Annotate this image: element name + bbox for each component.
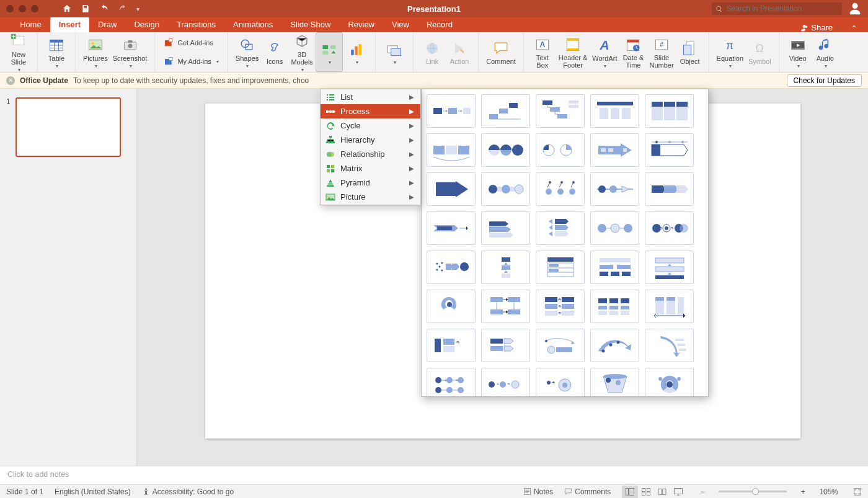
tab-record[interactable]: Record — [418, 17, 461, 32]
smartart-menu-pyramid[interactable]: Pyramid ▶ — [321, 176, 420, 190]
share-button[interactable]: Share ▾ — [796, 23, 843, 32]
tab-view[interactable]: View — [383, 17, 418, 32]
smartart-layout-tile[interactable] — [645, 329, 694, 362]
equation-button[interactable]: π Equation ▾ — [714, 32, 746, 72]
tab-animations[interactable]: Animations — [224, 17, 281, 32]
smartart-layout-tile[interactable] — [481, 251, 530, 284]
smartart-layout-tile[interactable] — [427, 329, 476, 362]
smartart-layout-tile[interactable] — [427, 251, 476, 284]
smartart-layout-tile[interactable] — [481, 329, 530, 362]
smartart-menu-process[interactable]: Process ▶ — [321, 104, 420, 118]
audio-button[interactable]: Audio ▾ — [812, 32, 839, 72]
tab-transitions[interactable]: Transitions — [168, 17, 224, 32]
smartart-layout-tile[interactable] — [481, 94, 530, 128]
slide-sorter-view-button[interactable] — [638, 486, 654, 498]
header-footer-button[interactable]: Header & Footer — [556, 32, 590, 72]
smartart-layout-tile[interactable] — [481, 211, 530, 245]
close-update-bar-icon[interactable]: ✕ — [6, 76, 15, 85]
smartart-layout-tile[interactable] — [645, 290, 694, 323]
pictures-button[interactable]: Pictures ▾ — [81, 32, 110, 72]
smartart-layout-tile[interactable] — [536, 94, 585, 128]
new-slide-button[interactable]: New Slide ▾ — [5, 32, 32, 72]
collapse-ribbon-icon[interactable]: ⌃ — [851, 24, 857, 32]
fit-to-window-icon[interactable] — [853, 487, 862, 496]
wordart-button[interactable]: A WordArt ▾ — [590, 32, 619, 72]
minimize-window-button[interactable] — [19, 5, 26, 12]
comments-toggle-button[interactable]: Comments — [564, 487, 611, 496]
tab-draw[interactable]: Draw — [89, 17, 125, 32]
tab-review[interactable]: Review — [339, 17, 383, 32]
smartart-layout-tile[interactable]: += — [481, 368, 530, 396]
zoom-window-button[interactable] — [31, 5, 38, 12]
smartart-menu-matrix[interactable]: Matrix ▶ — [321, 161, 420, 176]
notes-toggle-button[interactable]: Notes — [523, 487, 553, 496]
smartart-menu-picture[interactable]: Picture ▶ — [321, 190, 420, 204]
notes-pane[interactable]: Click to add notes — [0, 466, 868, 484]
smartart-layout-tile[interactable] — [645, 251, 694, 284]
object-button[interactable]: Object — [676, 32, 704, 72]
tab-home[interactable]: Home — [11, 17, 50, 32]
zoom-out-button[interactable]: − — [698, 487, 707, 496]
my-addins-button[interactable]: My Add-ins ▾ — [160, 53, 222, 69]
close-window-button[interactable] — [6, 5, 14, 12]
smartart-layout-tile[interactable] — [536, 368, 585, 396]
smartart-layout-tile[interactable] — [645, 368, 694, 396]
datetime-button[interactable]: Date & Time — [619, 32, 647, 72]
smartart-layout-tile[interactable] — [590, 172, 639, 206]
smartart-layout-tile[interactable] — [590, 133, 639, 167]
smartart-layout-tile[interactable] — [536, 133, 585, 167]
zoom-slider[interactable] — [719, 491, 787, 492]
smartart-gallery-scroll[interactable]: +=+= — [422, 89, 708, 396]
search-box[interactable] — [712, 2, 842, 15]
save-icon[interactable] — [81, 4, 91, 14]
smartart-layout-tile[interactable] — [645, 211, 694, 245]
zoom-button[interactable]: ▾ — [381, 32, 408, 72]
smartart-layout-tile[interactable] — [645, 133, 694, 167]
slideshow-view-button[interactable] — [670, 486, 686, 498]
screenshot-button[interactable]: Screenshot ▾ — [110, 32, 150, 72]
smartart-layout-tile[interactable] — [590, 329, 639, 362]
smartart-layout-tile[interactable] — [536, 172, 585, 206]
icons-button[interactable]: Icons — [261, 32, 288, 72]
table-button[interactable]: Table ▾ — [43, 32, 70, 72]
smartart-menu-list[interactable]: List ▶ — [321, 90, 420, 104]
smartart-layout-tile[interactable] — [645, 172, 694, 206]
smartart-menu-cycle[interactable]: Cycle ▶ — [321, 118, 420, 133]
smartart-layout-tile[interactable] — [590, 211, 639, 245]
slide-thumbnail-1[interactable] — [16, 97, 121, 157]
smartart-menu-relationship[interactable]: Relationship ▶ — [321, 147, 420, 161]
tab-insert[interactable]: Insert — [50, 17, 89, 32]
smartart-layout-tile[interactable] — [590, 94, 639, 128]
smartart-layout-tile[interactable] — [481, 133, 530, 167]
smartart-layout-tile[interactable] — [536, 251, 585, 284]
smartart-layout-tile[interactable] — [427, 172, 476, 206]
tab-design[interactable]: Design — [125, 17, 167, 32]
user-account-icon[interactable] — [848, 2, 862, 16]
smartart-layout-tile[interactable] — [536, 290, 585, 323]
home-icon[interactable] — [62, 4, 72, 14]
3d-models-button[interactable]: 3D Models ▾ — [288, 32, 316, 72]
smartart-button[interactable]: ▾ — [316, 32, 343, 72]
tab-slideshow[interactable]: Slide Show — [281, 17, 339, 32]
redo-icon[interactable] — [118, 4, 128, 14]
check-updates-button[interactable]: Check for Updates — [787, 74, 862, 87]
smartart-menu-hierarchy[interactable]: Hierarchy ▶ — [321, 133, 420, 147]
video-button[interactable]: Video ▾ — [784, 32, 812, 72]
reading-view-button[interactable] — [654, 486, 670, 498]
smartart-layout-tile[interactable] — [645, 94, 694, 128]
status-language[interactable]: English (United States) — [55, 487, 131, 496]
smartart-layout-tile[interactable] — [590, 251, 639, 284]
zoom-in-button[interactable]: + — [798, 487, 808, 496]
comment-button[interactable]: Comment — [484, 32, 518, 72]
smartart-layout-tile[interactable] — [536, 211, 585, 245]
undo-icon[interactable] — [99, 4, 109, 14]
textbox-button[interactable]: A Text Box — [529, 32, 556, 72]
accessibility-status[interactable]: Accessibility: Good to go — [142, 487, 234, 496]
smartart-layout-tile[interactable] — [427, 290, 476, 323]
smartart-layout-tile[interactable] — [590, 290, 639, 323]
zoom-slider-knob[interactable] — [752, 488, 759, 495]
smartart-layout-tile[interactable] — [481, 290, 530, 323]
smartart-layout-tile[interactable] — [427, 94, 476, 128]
chart-button[interactable]: ▾ — [343, 32, 370, 72]
smartart-layout-tile[interactable]: += — [427, 368, 476, 396]
